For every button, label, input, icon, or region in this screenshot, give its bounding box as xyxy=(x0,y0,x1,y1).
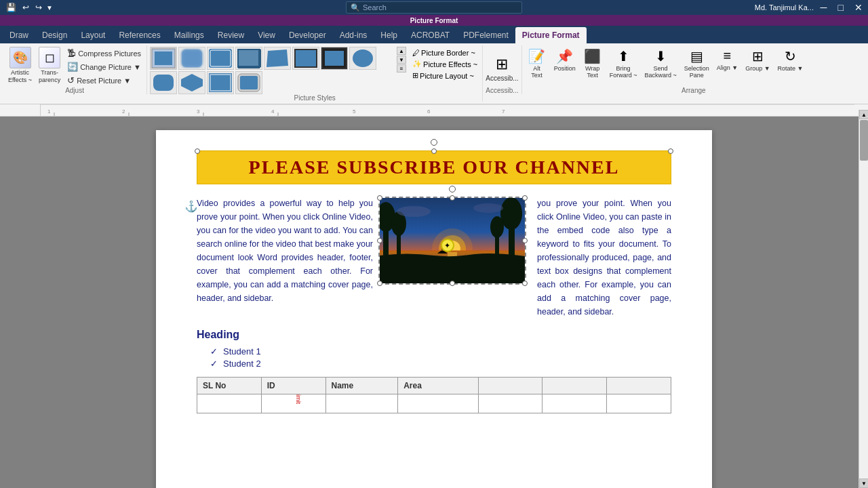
picture-style-10[interactable] xyxy=(178,71,205,94)
save-icon[interactable]: 💾 xyxy=(4,2,18,13)
accessibility-group-label: Accessib... xyxy=(486,87,518,94)
svg-point-48 xyxy=(490,216,504,238)
qat-dropdown-icon[interactable]: ▼ xyxy=(46,4,53,12)
tab-draw[interactable]: Draw xyxy=(3,27,35,43)
picture-styles-group: ▲ ▼ ≡ 🖊 Picture Border ~ ✨ Picture Effec… xyxy=(147,45,483,102)
img-handle-bc[interactable] xyxy=(450,281,455,286)
tab-design[interactable]: Design xyxy=(35,27,74,43)
alt-text-button[interactable]: 📝 AltText xyxy=(525,47,549,80)
img-handle-tr[interactable] xyxy=(522,195,528,201)
styles-more[interactable]: ≡ xyxy=(397,64,406,73)
scroll-thumb[interactable] xyxy=(860,120,868,161)
picture-style-9[interactable] xyxy=(150,71,177,94)
tab-developer[interactable]: Developer xyxy=(282,27,333,43)
image-container[interactable]: ✦ xyxy=(378,197,526,285)
styles-scroll-up[interactable]: ▲ xyxy=(397,47,406,55)
compress-icon: 🗜 xyxy=(67,48,76,58)
banner-handle-tr[interactable] xyxy=(668,148,673,154)
reset-picture-button[interactable]: ↺ Reset Picture ▼ xyxy=(64,74,144,87)
svg-rect-15 xyxy=(153,75,174,91)
reset-picture-label: Reset Picture ▼ xyxy=(77,77,131,85)
picture-style-11[interactable] xyxy=(207,71,234,94)
position-button[interactable]: 📌 Position xyxy=(551,47,578,73)
picture-style-12[interactable] xyxy=(235,71,262,94)
align-button[interactable]: ≡ Align ▼ xyxy=(714,47,741,73)
vertical-scrollbar[interactable]: ▲ ▼ xyxy=(859,110,868,488)
img-handle-ml[interactable] xyxy=(377,238,382,243)
change-picture-button[interactable]: 🔄 Change Picture ▼ xyxy=(64,60,144,73)
change-picture-icon: 🔄 xyxy=(67,62,78,72)
img-handle-br[interactable] xyxy=(522,281,528,286)
svg-rect-4 xyxy=(209,49,232,68)
maximize-button[interactable]: □ xyxy=(833,2,849,13)
banner-rotate-handle[interactable] xyxy=(431,139,437,146)
tab-mailings[interactable]: Mailings xyxy=(167,27,211,43)
picture-style-6[interactable] xyxy=(292,47,319,70)
table-cell-id-1[interactable]: imit xyxy=(261,394,326,413)
document-area: PLEASE SUBSCRIBE OUR CHANNEL ⚓ Video pro… xyxy=(0,117,868,488)
picture-effects-button[interactable]: ✨ Picture Effects ~ xyxy=(410,59,479,69)
table-cell-area-1[interactable] xyxy=(398,394,478,413)
accessibility-button[interactable]: ⊞ Accessib... xyxy=(486,56,518,82)
transparency-button[interactable]: ◻ Trans-parency xyxy=(36,45,63,85)
img-handle-bl[interactable] xyxy=(377,281,382,286)
table-cell-name-1[interactable] xyxy=(326,394,398,413)
img-rotate-handle[interactable] xyxy=(449,186,456,192)
wrap-text-button[interactable]: ⬛ WrapText xyxy=(580,47,605,80)
img-handle-mr[interactable] xyxy=(522,238,528,243)
picture-style-3[interactable] xyxy=(207,47,234,70)
tab-pdfelement[interactable]: PDFelement xyxy=(456,27,515,43)
minimize-button[interactable]: ─ xyxy=(815,2,833,13)
picture-style-2[interactable] xyxy=(178,47,205,70)
banner-handle-tl[interactable] xyxy=(195,148,200,154)
group-button[interactable]: ⊞ Group ▼ xyxy=(743,47,772,73)
table-header-name: Name xyxy=(326,378,398,394)
artistic-effects-button[interactable]: 🎨 ArtisticEffects ~ xyxy=(5,45,35,85)
tab-view[interactable]: View xyxy=(251,27,282,43)
picture-layout-button[interactable]: ⊞ Picture Layout ~ xyxy=(410,70,479,81)
picture-style-4[interactable] xyxy=(235,47,262,70)
scroll-up-button[interactable]: ▲ xyxy=(859,110,868,119)
banner-handle-tc[interactable] xyxy=(431,148,437,154)
student-list: ✓ Student 1 ✓ Student 2 xyxy=(210,346,671,369)
student-2-item: ✓ Student 2 xyxy=(210,359,671,369)
undo-icon[interactable]: ↩ xyxy=(20,2,31,13)
picture-border-button[interactable]: 🖊 Picture Border ~ xyxy=(410,48,479,58)
svg-text:5: 5 xyxy=(353,108,356,115)
picture-style-1[interactable] xyxy=(150,47,177,70)
picture-style-5[interactable] xyxy=(264,47,291,70)
svg-rect-11 xyxy=(295,49,317,67)
img-handle-tl[interactable] xyxy=(377,195,382,201)
student-2-name: Student 2 xyxy=(223,359,261,369)
table-cell-col7-1[interactable] xyxy=(607,394,671,413)
close-button[interactable]: ✕ xyxy=(849,2,868,13)
picture-effects-label: Picture Effects ~ xyxy=(423,60,477,68)
picture-style-7[interactable] xyxy=(321,47,348,70)
tab-acrobat[interactable]: ACROBAT xyxy=(404,27,456,43)
picture-style-8[interactable] xyxy=(349,47,376,70)
styles-scroll-down[interactable]: ▼ xyxy=(397,56,406,64)
img-handle-tc[interactable] xyxy=(450,195,455,201)
picture-layout-label: Picture Layout ~ xyxy=(420,72,474,80)
redo-icon[interactable]: ↪ xyxy=(33,2,44,13)
picture-layout-icon: ⊞ xyxy=(412,71,418,80)
table-cell-slno-1[interactable] xyxy=(197,394,262,413)
svg-point-51 xyxy=(473,203,503,213)
text-left: Video provides a powerful way to help yo… xyxy=(197,197,373,319)
tab-layout[interactable]: Layout xyxy=(74,27,112,43)
table-cell-col6-1[interactable] xyxy=(542,394,607,413)
selection-pane-button[interactable]: ▤ SelectionPane xyxy=(682,47,712,80)
send-backward-button[interactable]: ⬇ SendBackward ~ xyxy=(642,47,679,80)
tab-help[interactable]: Help xyxy=(374,27,404,43)
tab-review[interactable]: Review xyxy=(211,27,251,43)
change-picture-label: Change Picture ▼ xyxy=(80,63,141,71)
tab-references[interactable]: References xyxy=(112,27,167,43)
rotate-button[interactable]: ↻ Rotate ▼ xyxy=(775,47,806,73)
scroll-down-button[interactable]: ▼ xyxy=(859,479,868,488)
tab-picture-format[interactable]: Picture Format xyxy=(515,27,587,43)
table-cell-col5-1[interactable] xyxy=(478,394,542,413)
bring-forward-button[interactable]: ⬆ BringForward ~ xyxy=(607,47,640,80)
compress-pictures-button[interactable]: 🗜 Compress Pictures xyxy=(64,47,144,60)
tab-addins[interactable]: Add-ins xyxy=(333,27,374,43)
compress-label: Compress Pictures xyxy=(78,49,141,58)
